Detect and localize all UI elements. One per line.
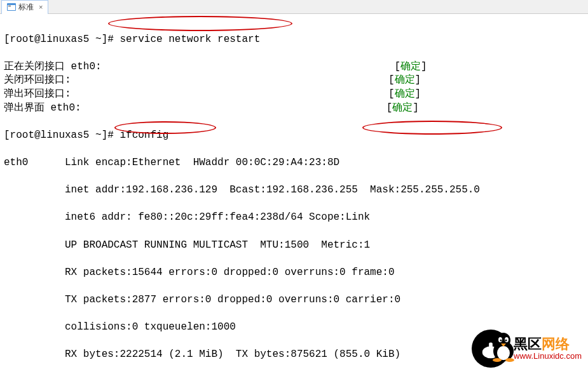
status-ok: 确定 (400, 61, 421, 72)
tab-label: 标准 (18, 2, 34, 13)
watermark-text: 黑区网络 www.Linuxidc.com (514, 337, 582, 361)
eth0-flags: UP BROADCAST RUNNING MULTICAST MTU:1500 … (4, 239, 584, 253)
svg-point-10 (500, 340, 502, 342)
eth0-inet6: inet6 addr: fe80::20c:29ff:fea4:238d/64 … (4, 211, 584, 225)
tab-standard[interactable]: 标准 × (1, 0, 48, 14)
eth0-mask: 255.255.255.0 (400, 184, 480, 196)
restart-line-1: 关闭环回接口: [确定] (4, 74, 584, 88)
terminal-output[interactable]: [root@linuxas5 ~]# service network resta… (0, 14, 588, 374)
command-1: service network restart (120, 34, 260, 45)
svg-point-11 (505, 340, 507, 342)
penguin-icon (489, 331, 518, 363)
eth0-tx: TX packets:2877 errors:0 dropped:0 overr… (4, 293, 584, 307)
svg-rect-2 (8, 6, 11, 6)
restart-line-0: 正在关闭接口 eth0: [确定] (4, 60, 584, 74)
restart-line-2: 弹出环回接口: [确定] (4, 88, 584, 102)
terminal-icon (7, 3, 16, 11)
svg-point-13 (505, 358, 514, 362)
eth0-inet: inet addr:192.168.236.129 Bcast:192.168.… (4, 184, 584, 197)
status-ok: 确定 (395, 74, 415, 86)
watermark: 黑区网络 www.Linuxidc.com (472, 330, 582, 368)
close-icon[interactable]: × (39, 3, 43, 11)
eth0-ip: 192.168.236.129 (126, 184, 217, 196)
prompt-line-2: [root@linuxas5 ~]# ifconfig (4, 129, 584, 143)
status-ok: 确定 (395, 88, 415, 100)
eth0-rx: RX packets:15644 errors:0 dropped:0 over… (4, 266, 584, 280)
restart-line-3: 弹出界面 eth0: [确定] (4, 102, 584, 116)
prompt-line-1: [root@linuxas5 ~]# service network resta… (4, 33, 584, 47)
svg-point-12 (493, 358, 502, 362)
command-2: ifconfig (120, 130, 168, 141)
svg-point-7 (497, 346, 510, 360)
status-ok: 确定 (392, 102, 413, 114)
tab-bar: 标准 × (0, 0, 588, 14)
eth0-line-1: eth0 Link encap:Ethernet HWaddr 00:0C:29… (4, 156, 584, 170)
